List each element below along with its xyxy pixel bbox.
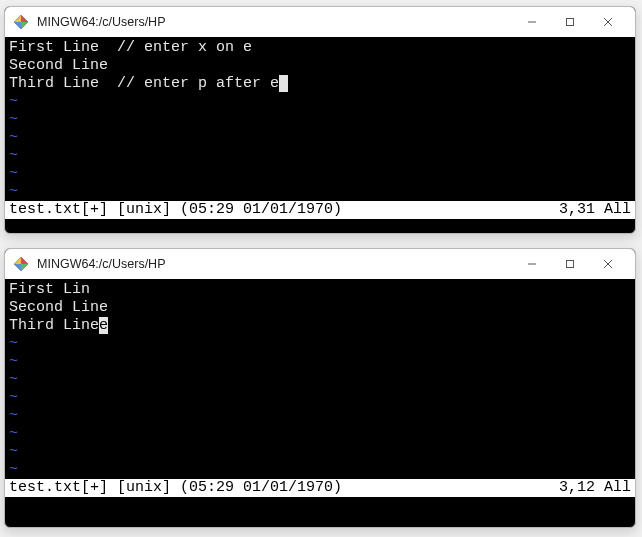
terminal-line: First Lin [9, 281, 631, 299]
empty-line-tilde: ~ [9, 461, 631, 479]
svg-marker-1 [21, 15, 28, 22]
svg-marker-3 [14, 22, 21, 29]
titlebar[interactable]: MINGW64:/c/Users/HP [5, 7, 635, 37]
status-bar: test.txt[+] [unix] (05:29 01/01/1970) 3,… [5, 201, 635, 219]
minimize-button[interactable] [513, 8, 551, 36]
terminal-line: First Line // enter x on e [9, 39, 631, 57]
close-button[interactable] [589, 250, 627, 278]
empty-line-tilde: ~ [9, 129, 631, 147]
empty-line-tilde: ~ [9, 407, 631, 425]
terminal-line: Third Line // enter p after e [9, 75, 631, 93]
svg-marker-2 [21, 22, 28, 29]
svg-marker-4 [14, 15, 21, 22]
app-icon [13, 14, 29, 30]
maximize-button[interactable] [551, 250, 589, 278]
empty-line-tilde: ~ [9, 425, 631, 443]
cursor [279, 75, 288, 92]
status-right: 3,31 All [559, 201, 631, 219]
minimize-button[interactable] [513, 250, 551, 278]
cursor: e [99, 317, 108, 334]
window-controls [513, 250, 627, 278]
status-left: test.txt[+] [unix] (05:29 01/01/1970) [9, 201, 559, 219]
empty-line-tilde: ~ [9, 353, 631, 371]
empty-line-tilde: ~ [9, 165, 631, 183]
terminal-body[interactable]: First LinSecond LineThird Linee~~~~~~~~ [5, 279, 635, 479]
status-bar: test.txt[+] [unix] (05:29 01/01/1970) 3,… [5, 479, 635, 497]
empty-line-tilde: ~ [9, 335, 631, 353]
terminal-window-2: MINGW64:/c/Users/HP First LinSecond Line… [4, 248, 636, 528]
terminal-line: Second Line [9, 57, 631, 75]
svg-rect-15 [567, 261, 574, 268]
empty-line-tilde: ~ [9, 93, 631, 111]
empty-line-tilde: ~ [9, 443, 631, 461]
status-left: test.txt[+] [unix] (05:29 01/01/1970) [9, 479, 559, 497]
empty-line-tilde: ~ [9, 389, 631, 407]
terminal-line: Third Linee [9, 317, 631, 335]
status-right: 3,12 All [559, 479, 631, 497]
window-title: MINGW64:/c/Users/HP [37, 15, 513, 29]
empty-line-tilde: ~ [9, 183, 631, 201]
empty-line-tilde: ~ [9, 147, 631, 165]
empty-line-tilde: ~ [9, 371, 631, 389]
window-controls [513, 8, 627, 36]
app-icon [13, 256, 29, 272]
svg-rect-6 [567, 19, 574, 26]
terminal-line: Second Line [9, 299, 631, 317]
window-title: MINGW64:/c/Users/HP [37, 257, 513, 271]
titlebar[interactable]: MINGW64:/c/Users/HP [5, 249, 635, 279]
empty-line-tilde: ~ [9, 111, 631, 129]
terminal-window-1: MINGW64:/c/Users/HP First Line // enter … [4, 6, 636, 234]
terminal-body[interactable]: First Line // enter x on eSecond LineThi… [5, 37, 635, 201]
close-button[interactable] [589, 8, 627, 36]
maximize-button[interactable] [551, 8, 589, 36]
